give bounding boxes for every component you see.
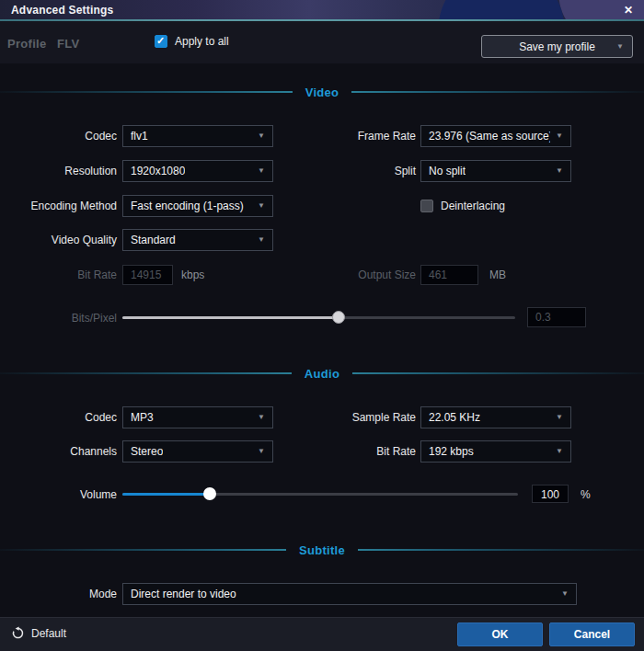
apply-to-all-checkbox[interactable] bbox=[155, 35, 167, 48]
chevron-down-icon: ▼ bbox=[550, 167, 563, 175]
resolution-value: 1920x1080 bbox=[131, 165, 185, 177]
bits-pixel-slider[interactable] bbox=[122, 307, 515, 327]
frame-rate-value: 23.976 (Same as source) bbox=[429, 130, 550, 143]
bitrate-outputsize-row: Bit Rate 14915 kbps Output Size 461 MB bbox=[0, 264, 644, 286]
audio-codec-label: Codec bbox=[0, 406, 117, 428]
video-bit-rate-input[interactable]: 14915 bbox=[122, 265, 173, 285]
profile-info: Profile FLV bbox=[7, 35, 80, 51]
volume-row: Volume 100 % bbox=[0, 484, 644, 506]
chevron-down-icon: ▼ bbox=[252, 414, 265, 421]
split-label: Split bbox=[309, 160, 416, 182]
video-quality-value: Standard bbox=[131, 234, 176, 246]
sample-rate-dropdown[interactable]: 22.05 KHz ▼ bbox=[420, 406, 571, 428]
resolution-dropdown[interactable]: 1920x1080 ▼ bbox=[122, 160, 273, 182]
audio-bit-rate-label: Bit Rate bbox=[309, 440, 416, 463]
ok-button[interactable]: OK bbox=[457, 622, 543, 646]
channels-label: Channels bbox=[0, 440, 117, 463]
audio-section-title: Audio bbox=[305, 367, 339, 381]
profile-value: FLV bbox=[57, 37, 80, 51]
encoding-deinterlacing-row: Encoding Method Fast encoding (1-pass) ▼… bbox=[0, 195, 644, 217]
split-value: No split bbox=[429, 165, 466, 177]
chevron-down-icon: ▼ bbox=[556, 590, 569, 598]
channels-value: Stereo bbox=[131, 445, 163, 458]
chevron-down-icon: ▼ bbox=[252, 132, 265, 140]
encoding-method-label: Encoding Method bbox=[0, 195, 117, 217]
apply-to-all-label: Apply to all bbox=[175, 35, 229, 48]
audio-codec-samplerate-row: Codec MP3 ▼ Sample Rate 22.05 KHz ▼ bbox=[0, 406, 644, 428]
close-icon[interactable]: ✕ bbox=[620, 2, 637, 18]
dialog-title: Advanced Settings bbox=[0, 4, 113, 17]
encoding-method-value: Fast encoding (1-pass) bbox=[131, 200, 244, 212]
chevron-down-icon: ▼ bbox=[252, 167, 265, 175]
resolution-split-row: Resolution 1920x1080 ▼ Split No split ▼ bbox=[0, 160, 644, 182]
subtitle-mode-value: Direct render to video bbox=[131, 588, 236, 600]
output-size-unit: MB bbox=[489, 264, 506, 286]
volume-unit: % bbox=[581, 484, 591, 506]
cancel-button[interactable]: Cancel bbox=[549, 622, 635, 646]
volume-value[interactable]: 100 bbox=[532, 485, 569, 503]
subtitle-mode-dropdown[interactable]: Direct render to video ▼ bbox=[122, 583, 577, 605]
video-quality-label: Video Quality bbox=[0, 229, 117, 251]
volume-label: Volume bbox=[0, 484, 117, 506]
audio-codec-value: MP3 bbox=[131, 411, 154, 424]
apply-to-all-control: Apply to all bbox=[155, 35, 229, 48]
divider-line bbox=[0, 372, 292, 374]
video-codec-label: Codec bbox=[0, 125, 117, 147]
video-codec-value: flv1 bbox=[131, 130, 148, 143]
deinterlacing-label: Deinterlacing bbox=[441, 195, 505, 217]
bits-pixel-value[interactable]: 0.3 bbox=[527, 307, 586, 327]
output-size-label: Output Size bbox=[309, 264, 416, 286]
video-bit-rate-unit: kbps bbox=[181, 264, 204, 286]
channels-bitrate-row: Channels Stereo ▼ Bit Rate 192 kbps ▼ bbox=[0, 440, 644, 463]
video-bit-rate-label: Bit Rate bbox=[0, 264, 117, 286]
save-my-profile-label: Save my profile bbox=[519, 40, 595, 53]
audio-section-header: Audio bbox=[0, 366, 644, 381]
output-size-input[interactable]: 461 bbox=[420, 265, 478, 285]
video-section-header: Video bbox=[0, 85, 644, 99]
divider-line bbox=[0, 91, 293, 93]
divider-line bbox=[351, 91, 644, 93]
profile-row: Profile FLV Apply to all Save my profile… bbox=[0, 35, 644, 57]
split-dropdown[interactable]: No split ▼ bbox=[420, 160, 571, 182]
divider-line bbox=[0, 549, 286, 551]
divider-line bbox=[352, 372, 644, 374]
audio-bit-rate-value: 192 kbps bbox=[429, 445, 474, 458]
default-label: Default bbox=[31, 627, 66, 640]
slider-fill bbox=[122, 493, 210, 496]
default-button[interactable]: Default bbox=[11, 626, 66, 640]
frame-rate-dropdown[interactable]: 23.976 (Same as source) ▼ bbox=[420, 125, 571, 147]
slider-thumb[interactable] bbox=[203, 487, 216, 500]
audio-codec-dropdown[interactable]: MP3 ▼ bbox=[122, 406, 273, 428]
sample-rate-label: Sample Rate bbox=[309, 406, 416, 428]
titlebar: Advanced Settings ✕ bbox=[0, 0, 644, 19]
video-codec-dropdown[interactable]: flv1 ▼ bbox=[122, 125, 273, 147]
video-quality-row: Video Quality Standard ▼ bbox=[0, 229, 644, 251]
slider-thumb[interactable] bbox=[332, 311, 345, 324]
volume-slider[interactable] bbox=[122, 484, 518, 504]
chevron-down-icon: ▼ bbox=[252, 202, 265, 210]
video-section-title: Video bbox=[305, 86, 339, 99]
frame-rate-label: Frame Rate bbox=[309, 125, 416, 147]
subtitle-mode-label: Mode bbox=[0, 583, 117, 605]
chevron-down-icon: ▼ bbox=[550, 448, 563, 455]
subtitle-mode-row: Mode Direct render to video ▼ bbox=[0, 583, 644, 605]
chevron-down-icon: ▼ bbox=[550, 132, 563, 140]
subtitle-section-header: Subtitle bbox=[0, 542, 644, 557]
encoding-method-dropdown[interactable]: Fast encoding (1-pass) ▼ bbox=[122, 195, 273, 217]
slider-fill bbox=[122, 316, 339, 319]
bits-pixel-label: Bits/Pixel bbox=[0, 307, 117, 329]
profile-label: Profile bbox=[7, 37, 47, 51]
footer-bar: Default OK Cancel bbox=[0, 617, 644, 651]
chevron-down-icon: ▼ bbox=[252, 236, 265, 244]
video-codec-frame-rate-row: Codec flv1 ▼ Frame Rate 23.976 (Same as … bbox=[0, 125, 644, 147]
sample-rate-value: 22.05 KHz bbox=[429, 411, 480, 424]
chevron-down-icon: ▼ bbox=[550, 414, 563, 421]
audio-bit-rate-dropdown[interactable]: 192 kbps ▼ bbox=[420, 440, 571, 463]
video-quality-dropdown[interactable]: Standard ▼ bbox=[122, 229, 273, 251]
resolution-label: Resolution bbox=[0, 160, 117, 182]
deinterlacing-checkbox[interactable] bbox=[420, 200, 433, 212]
bits-pixel-row: Bits/Pixel 0.3 bbox=[0, 307, 644, 329]
channels-dropdown[interactable]: Stereo ▼ bbox=[122, 440, 273, 463]
save-my-profile-button[interactable]: Save my profile ▼ bbox=[481, 35, 633, 58]
reset-icon bbox=[11, 626, 25, 640]
